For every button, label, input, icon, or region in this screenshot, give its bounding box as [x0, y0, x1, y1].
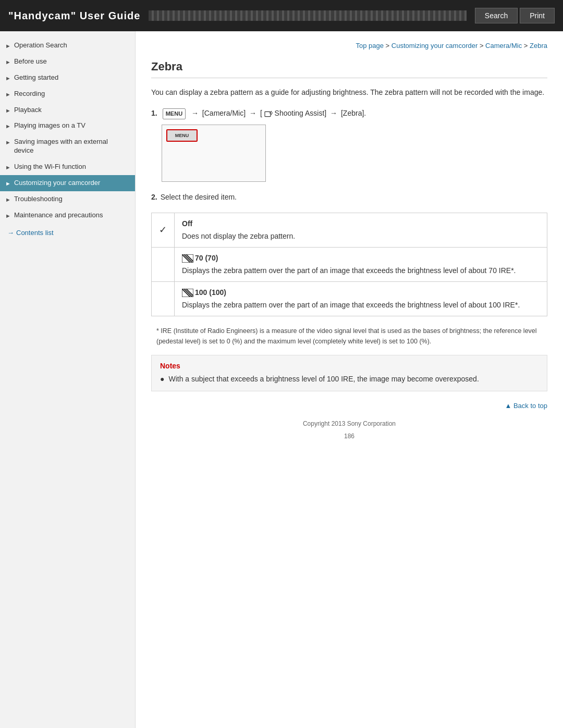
sidebar-item-playback[interactable]: ► Playback [0, 102, 135, 118]
option-cell-100: 100 (100) Displays the zebra pattern ove… [175, 281, 547, 316]
svg-rect-0 [265, 112, 271, 116]
step-1-zebra: [Zebra]. [341, 109, 366, 117]
option-desc-100: Displays the zebra pattern over the part… [182, 301, 520, 309]
chevron-right-icon: ► [5, 196, 11, 203]
zebra-icon-70 [182, 254, 193, 263]
chevron-right-icon: ► [5, 58, 11, 66]
option-label-70: 70 (70) [182, 253, 540, 264]
breadcrumb[interactable]: Top page > Customizing your camcorder > … [151, 42, 547, 50]
menu-screenshot: MENU [162, 125, 266, 182]
sidebar-item-label: Operation Search [14, 41, 67, 50]
option-label-100: 100 (100) [182, 287, 540, 298]
site-title: "Handycam" User Guide [8, 10, 140, 22]
chevron-right-icon: ► [5, 42, 11, 50]
notes-bullet-icon: ● [160, 373, 164, 385]
arrow-right-icon: → [7, 229, 14, 237]
step-1-shooting-assist: [ Shooting Assist] [260, 109, 328, 117]
notes-box: Notes ● With a subject that exceeds a br… [151, 355, 547, 391]
sidebar-item-using-wifi[interactable]: ► Using the Wi-Fi function [0, 159, 135, 175]
sidebar-item-before-use[interactable]: ► Before use [0, 54, 135, 70]
contents-link-label: Contents list [16, 229, 54, 237]
sidebar-item-label: Recording [14, 90, 45, 98]
back-to-top-link[interactable]: ▲ Back to top [151, 402, 547, 410]
sidebar-item-label: Before use [14, 57, 47, 66]
sidebar-item-label: Troubleshooting [14, 195, 63, 204]
sidebar-item-playing-images-tv[interactable]: ► Playing images on a TV [0, 118, 135, 134]
breadcrumb-part4[interactable]: Zebra [530, 42, 547, 50]
arrow-symbol-1: → [191, 109, 199, 117]
footnote-text: * IRE (Institute of Radio Engineers) is … [151, 326, 547, 347]
chevron-right-icon: ► [5, 107, 11, 114]
notes-item-text: With a subject that exceeds a brightness… [168, 373, 479, 385]
arrow-symbol-2: → [249, 109, 256, 117]
breadcrumb-sep1: > [386, 42, 391, 50]
intro-text: You can display a zebra pattern as a gui… [151, 87, 547, 98]
sidebar-item-recording[interactable]: ► Recording [0, 86, 135, 102]
sidebar-item-getting-started[interactable]: ► Getting started [0, 70, 135, 86]
option-cell-off: Off Does not display the zebra pattern. [175, 213, 547, 247]
header-buttons: Search Print [475, 8, 555, 23]
option-desc-70: Displays the zebra pattern over the part… [182, 266, 516, 275]
chevron-right-icon: ► [5, 122, 11, 130]
step-2-text: Select the desired item. [161, 191, 237, 203]
sidebar-item-label: Maintenance and precautions [14, 211, 103, 220]
step-1: 1. MENU → [Camera/Mic] → [ [151, 107, 547, 182]
sidebar-item-label: Playing images on a TV [14, 121, 85, 130]
sidebar-item-label: Saving images with an external device [14, 138, 128, 155]
option-label-off: Off [182, 218, 540, 229]
step-1-camera-mic: [Camera/Mic] [202, 109, 248, 117]
breadcrumb-sep3: > [524, 42, 530, 50]
step-2: 2. Select the desired item. [151, 191, 547, 203]
arrow-symbol-3: → [330, 109, 337, 117]
option-label-100-text: 100 (100) [195, 288, 226, 297]
breadcrumb-part2[interactable]: Customizing your camcorder [391, 42, 478, 50]
chevron-right-icon: ► [5, 180, 11, 187]
notes-item-1: ● With a subject that exceeds a brightne… [160, 373, 538, 385]
check-cell-100 [152, 281, 175, 316]
sidebar-item-label: Getting started [14, 73, 58, 82]
sidebar-item-label: Customizing your camcorder [14, 179, 100, 188]
main-content: Top page > Customizing your camcorder > … [136, 31, 563, 728]
option-row-off: ✓ Off Does not display the zebra pattern… [152, 213, 547, 247]
chevron-right-icon: ► [5, 91, 11, 98]
option-label-70-text: 70 (70) [195, 254, 218, 262]
sidebar-item-customizing-camcorder[interactable]: ► Customizing your camcorder [0, 175, 135, 191]
sidebar-item-label: Using the Wi-Fi function [14, 163, 86, 171]
menu-button-screenshot: MENU [166, 129, 198, 142]
option-desc-off: Does not display the zebra pattern. [182, 232, 295, 240]
copyright-text: Copyright 2013 Sony Corporation [151, 420, 547, 427]
breadcrumb-part3[interactable]: Camera/Mic [485, 42, 522, 50]
check-cell-off: ✓ [152, 213, 175, 247]
breadcrumb-part1[interactable]: Top page [356, 42, 384, 50]
chevron-right-icon: ► [5, 164, 11, 171]
step-1-num: 1. [151, 107, 157, 119]
sidebar-item-operation-search[interactable]: ► Operation Search [0, 38, 135, 54]
header: "Handycam" User Guide Search Print [0, 0, 563, 31]
menu-button-icon: MENU [163, 108, 186, 120]
check-cell-70 [152, 247, 175, 281]
page-wrapper: ► Operation Search ► Before use ► Gettin… [0, 31, 563, 728]
zebra-icon-100 [182, 289, 193, 297]
chevron-right-icon: ► [5, 212, 11, 219]
sidebar-item-troubleshooting[interactable]: ► Troubleshooting [0, 191, 135, 207]
header-stripe [149, 0, 466, 31]
breadcrumb-sep2: > [480, 42, 485, 50]
page-title: Zebra [151, 60, 547, 78]
print-button[interactable]: Print [520, 8, 555, 23]
step-2-num: 2. [151, 191, 157, 203]
sidebar-item-label: Playback [14, 106, 42, 115]
stripe-decoration [149, 10, 466, 21]
step-1-content: 1. MENU → [Camera/Mic] → [ [151, 107, 547, 119]
options-table: ✓ Off Does not display the zebra pattern… [151, 213, 547, 316]
sidebar-item-saving-images-external[interactable]: ► Saving images with an external device [0, 134, 135, 159]
step-2-content: 2. Select the desired item. [151, 191, 547, 203]
option-row-70: 70 (70) Displays the zebra pattern over … [152, 247, 547, 281]
notes-title: Notes [160, 362, 538, 370]
chevron-right-icon: ► [5, 75, 11, 82]
search-button[interactable]: Search [475, 8, 518, 23]
contents-list-link[interactable]: → Contents list [0, 224, 135, 237]
sidebar-item-maintenance-precautions[interactable]: ► Maintenance and precautions [0, 207, 135, 224]
page-number: 186 [151, 433, 547, 440]
chevron-right-icon: ► [5, 139, 11, 146]
sidebar: ► Operation Search ► Before use ► Gettin… [0, 31, 136, 728]
